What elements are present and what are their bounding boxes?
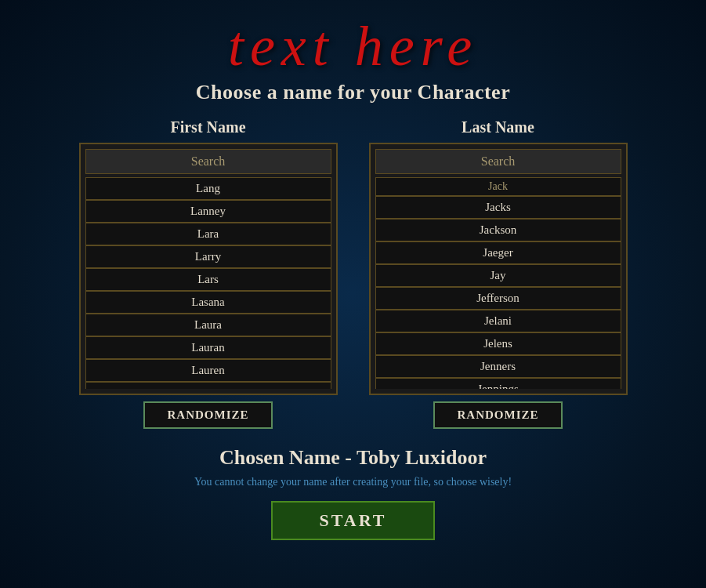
list-item[interactable]: Jefferson xyxy=(375,287,621,310)
list-item[interactable]: Lars xyxy=(85,268,331,291)
list-item[interactable]: Larry xyxy=(85,245,331,268)
list-item[interactable]: Jenners xyxy=(375,355,621,378)
last-name-search-input[interactable] xyxy=(375,149,621,174)
chosen-name-display: Chosen Name - Toby Luxidoor xyxy=(219,446,487,470)
subtitle: Choose a name for your Character xyxy=(196,81,510,104)
first-name-list-box: LangLanneyLaraLarryLarsLasanaLauraLauran… xyxy=(79,143,338,395)
list-item[interactable]: Jay xyxy=(375,264,621,287)
list-item[interactable]: Lasana xyxy=(85,291,331,314)
list-item[interactable]: Lara xyxy=(85,223,331,245)
list-item[interactable]: Jennings xyxy=(375,378,621,389)
list-item[interactable]: Lauren xyxy=(85,359,331,382)
last-name-list: JackJacksJacksonJaegerJayJeffersonJelani… xyxy=(375,177,621,389)
list-item[interactable]: Lanney xyxy=(85,200,331,223)
last-name-randomize-button[interactable]: RANDOMIZE xyxy=(433,401,562,429)
first-name-column: First Name LangLanneyLaraLarryLarsLasana… xyxy=(79,118,338,429)
first-name-search-input[interactable] xyxy=(85,149,331,174)
start-button[interactable]: START xyxy=(271,501,436,540)
list-item-partial[interactable]: Jack xyxy=(375,177,621,196)
last-name-label: Last Name xyxy=(462,118,534,136)
first-name-randomize-button[interactable]: RANDOMIZE xyxy=(143,401,272,429)
last-name-column: Last Name JackJacksJacksonJaegerJayJeffe… xyxy=(369,118,628,429)
last-name-list-box: JackJacksJacksonJaegerJayJeffersonJelani… xyxy=(369,143,628,395)
handwritten-title: text here xyxy=(228,14,478,79)
list-item[interactable]: Lauran xyxy=(85,336,331,359)
list-item[interactable]: Lang xyxy=(85,177,331,200)
warning-text: You cannot change your name after creati… xyxy=(194,476,512,488)
list-item[interactable]: Laurena xyxy=(85,382,331,389)
list-item[interactable]: Jaeger xyxy=(375,241,621,264)
list-item[interactable]: Jacks xyxy=(375,196,621,219)
first-name-list: LangLanneyLaraLarryLarsLasanaLauraLauran… xyxy=(85,177,331,389)
list-item[interactable]: Laura xyxy=(85,314,331,336)
list-item[interactable]: Jelens xyxy=(375,332,621,355)
list-item[interactable]: Jackson xyxy=(375,219,621,241)
first-name-label: First Name xyxy=(170,118,245,136)
list-item[interactable]: Jelani xyxy=(375,310,621,332)
